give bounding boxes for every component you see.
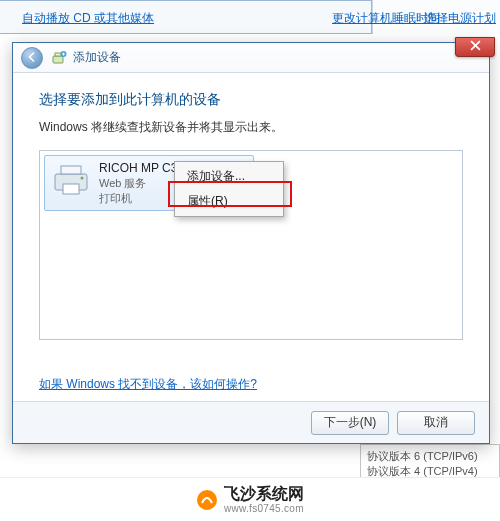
watermark-logo-icon [196,489,218,511]
power-plan-link[interactable]: 选择电源计划 [424,10,496,27]
add-device-icon [51,50,67,66]
dialog-body: 选择要添加到此计算机的设备 Windows 将继续查找新设备并将其显示出来。 R… [13,73,489,401]
printer-icon [49,160,93,200]
dialog-title: 添加设备 [73,49,121,66]
dialog-titlebar: 添加设备 [13,43,489,73]
watermark-cn: 飞沙系统网 [224,485,304,503]
add-device-dialog: 添加设备 选择要添加到此计算机的设备 Windows 将继续查找新设备并将其显示… [12,42,490,444]
close-button[interactable] [455,37,495,57]
autoplay-link[interactable]: 自动播放 CD 或其他媒体 [22,10,154,27]
bg-network-line1: 协议版本 6 (TCP/IPv6) [367,449,493,464]
watermark-text: 飞沙系统网 www.fs0745.com [224,485,304,514]
svg-rect-0 [53,56,63,63]
dialog-subtext: Windows 将继续查找新设备并将其显示出来。 [39,119,463,136]
context-menu: 添加设备... 属性(R) [174,161,284,217]
back-arrow-icon [27,51,37,65]
help-link[interactable]: 如果 Windows 找不到设备，该如何操作? [39,376,257,393]
close-icon [470,40,481,54]
dialog-footer: 下一步(N) 取消 [13,401,489,443]
svg-point-7 [197,490,217,510]
svg-rect-1 [55,53,61,56]
svg-rect-4 [61,166,81,174]
watermark-en: www.fs0745.com [224,503,304,514]
dialog-heading: 选择要添加到此计算机的设备 [39,91,463,109]
svg-point-6 [81,177,84,180]
device-list: RICOH MP C3503 Web 服务 打印机 添加设备... 属性(R) [39,150,463,340]
next-button[interactable]: 下一步(N) [311,411,389,435]
back-button[interactable] [21,47,43,69]
context-menu-properties[interactable]: 属性(R) [177,189,281,214]
cancel-button[interactable]: 取消 [397,411,475,435]
site-watermark: 飞沙系统网 www.fs0745.com [0,477,500,521]
svg-rect-5 [63,184,79,194]
context-menu-add-device[interactable]: 添加设备... [177,164,281,189]
